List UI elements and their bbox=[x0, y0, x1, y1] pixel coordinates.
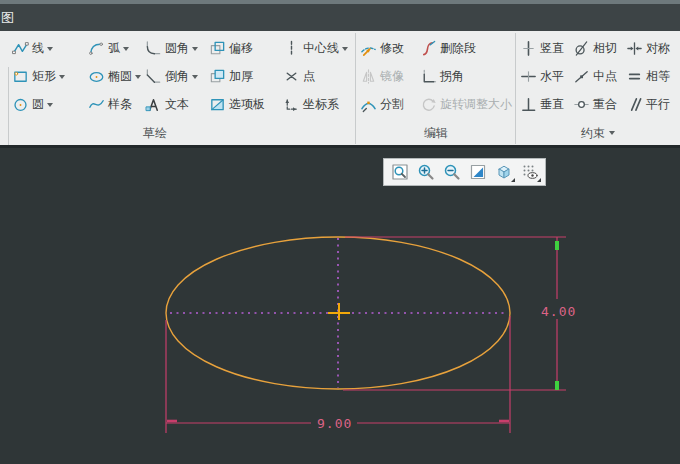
ribbon-column: 删除段拐角旋转调整大小 bbox=[418, 34, 514, 118]
group-label-constrain[interactable]: 约束 bbox=[518, 125, 678, 142]
button-csys[interactable]: 坐标系 bbox=[281, 90, 350, 118]
chevron-down-icon[interactable] bbox=[47, 47, 53, 54]
rotate-resize-icon bbox=[420, 96, 437, 113]
button-repaint[interactable] bbox=[466, 160, 489, 184]
chevron-down-icon[interactable] bbox=[342, 47, 348, 54]
horizontal-icon bbox=[520, 68, 537, 85]
button-label: 点 bbox=[303, 68, 315, 85]
button-horizontal[interactable]: 水平 bbox=[518, 62, 571, 90]
button-corner[interactable]: 拐角 bbox=[418, 62, 514, 90]
button-zoom-in[interactable] bbox=[414, 160, 437, 184]
button-mirror: 镜像 bbox=[358, 62, 418, 90]
button-line[interactable]: 线 bbox=[10, 34, 86, 62]
chevron-down-icon[interactable] bbox=[192, 75, 198, 82]
button-thicken[interactable]: 加厚 bbox=[207, 62, 281, 90]
button-label: 坐标系 bbox=[303, 96, 339, 113]
button-display-style[interactable] bbox=[492, 160, 515, 184]
button-zoom-out[interactable] bbox=[440, 160, 463, 184]
button-tangent[interactable]: 相切 bbox=[571, 34, 624, 62]
sketch-viewport[interactable]: 9.00 4.00 bbox=[0, 148, 680, 464]
button-modify[interactable]: 修改 bbox=[358, 34, 418, 62]
button-palette[interactable]: 选项板 bbox=[207, 90, 281, 118]
button-parallel[interactable]: 平行 bbox=[624, 90, 677, 118]
display-filters-icon bbox=[521, 163, 539, 181]
zoom-fit-icon bbox=[391, 163, 409, 181]
ellipse-center-cross[interactable] bbox=[328, 303, 350, 320]
button-centerline[interactable]: 中心线 bbox=[281, 34, 350, 62]
chevron-down-icon bbox=[537, 178, 541, 182]
chevron-down-icon[interactable] bbox=[59, 75, 65, 82]
button-display-filters[interactable] bbox=[518, 160, 541, 184]
chevron-down-icon[interactable] bbox=[135, 75, 141, 82]
equal-icon bbox=[626, 68, 643, 85]
ribbon-column: 偏移加厚选项板 bbox=[207, 34, 281, 118]
button-label: 拐角 bbox=[440, 68, 464, 85]
button-fillet[interactable]: 圆角 bbox=[143, 34, 207, 62]
corner-icon bbox=[420, 68, 437, 85]
button-label: 线 bbox=[32, 40, 44, 57]
ribbon-separator bbox=[8, 67, 9, 147]
ribbon-group-edit: 修改镜像分割删除段拐角旋转调整大小 编辑 bbox=[358, 31, 514, 145]
button-label: 文本 bbox=[165, 96, 189, 113]
button-ellipse[interactable]: 椭圆 bbox=[86, 62, 143, 90]
button-label: 加厚 bbox=[229, 68, 253, 85]
ribbon-column: 竖直水平垂直 bbox=[518, 34, 571, 118]
button-label: 中心线 bbox=[303, 40, 339, 57]
sketch-canvas[interactable]: 9.00 4.00 bbox=[0, 148, 680, 464]
button-label: 中点 bbox=[593, 68, 617, 85]
button-coincident[interactable]: 重合 bbox=[571, 90, 624, 118]
button-circle[interactable]: 圆 bbox=[10, 90, 86, 118]
button-perpendicular[interactable]: 垂直 bbox=[518, 90, 571, 118]
arc-icon bbox=[88, 40, 105, 57]
button-label: 竖直 bbox=[540, 40, 564, 57]
button-point[interactable]: 点 bbox=[281, 62, 350, 90]
chevron-down-icon[interactable] bbox=[47, 103, 53, 110]
group-label-edit: 编辑 bbox=[358, 125, 514, 142]
button-label: 平行 bbox=[646, 96, 670, 113]
ellipse-icon bbox=[88, 68, 105, 85]
mirror-icon bbox=[360, 68, 377, 85]
fillet-icon bbox=[145, 40, 162, 57]
perpendicular-icon bbox=[520, 96, 537, 113]
button-label: 垂直 bbox=[540, 96, 564, 113]
dimension-width-value[interactable]: 9.00 bbox=[317, 416, 352, 431]
palette-icon bbox=[209, 96, 226, 113]
ribbon-separator bbox=[515, 33, 516, 144]
repaint-icon bbox=[469, 163, 487, 181]
titlebar: 图 bbox=[0, 4, 680, 31]
button-spline[interactable]: 样条 bbox=[86, 90, 143, 118]
ribbon-column: 线矩形圆 bbox=[10, 34, 86, 118]
ribbon-column: 相切中点重合 bbox=[571, 34, 624, 118]
button-divide[interactable]: 分割 bbox=[358, 90, 418, 118]
button-chamfer[interactable]: 倒角 bbox=[143, 62, 207, 90]
button-label: 样条 bbox=[108, 96, 132, 113]
button-arc[interactable]: 弧 bbox=[86, 34, 143, 62]
highlight-tick bbox=[555, 381, 559, 390]
button-label: 倒角 bbox=[165, 68, 189, 85]
zoom-out-icon bbox=[443, 163, 461, 181]
line-icon bbox=[12, 40, 29, 57]
button-label: 相切 bbox=[593, 40, 617, 57]
chevron-down-icon[interactable] bbox=[192, 47, 198, 54]
button-text[interactable]: 文本 bbox=[143, 90, 207, 118]
button-vertical[interactable]: 竖直 bbox=[518, 34, 571, 62]
button-delete-segment[interactable]: 删除段 bbox=[418, 34, 514, 62]
dimension-height-value[interactable]: 4.00 bbox=[541, 304, 576, 319]
button-symmetric[interactable]: 对称 bbox=[624, 34, 677, 62]
button-zoom-fit[interactable] bbox=[388, 160, 411, 184]
button-offset[interactable]: 偏移 bbox=[207, 34, 281, 62]
button-rectangle[interactable]: 矩形 bbox=[10, 62, 86, 90]
ribbon-group-constrain[interactable]: 竖直水平垂直相切中点重合对称相等平行 约束 bbox=[518, 31, 678, 145]
chevron-down-icon[interactable] bbox=[123, 47, 129, 54]
ribbon-column: 对称相等平行 bbox=[624, 34, 677, 118]
button-label: 对称 bbox=[646, 40, 670, 57]
button-rotate-resize: 旋转调整大小 bbox=[418, 90, 514, 118]
offset-icon bbox=[209, 40, 226, 57]
ribbon: 线矩形圆弧椭圆样条圆角倒角文本偏移加厚选项板中心线点坐标系 草绘 修改镜像分割删… bbox=[0, 31, 680, 145]
button-equal[interactable]: 相等 bbox=[624, 62, 677, 90]
button-label: 圆角 bbox=[165, 40, 189, 57]
centerline-icon bbox=[283, 40, 300, 57]
spline-icon bbox=[88, 96, 105, 113]
window-tab-label: 图 bbox=[1, 9, 14, 27]
button-midpoint[interactable]: 中点 bbox=[571, 62, 624, 90]
